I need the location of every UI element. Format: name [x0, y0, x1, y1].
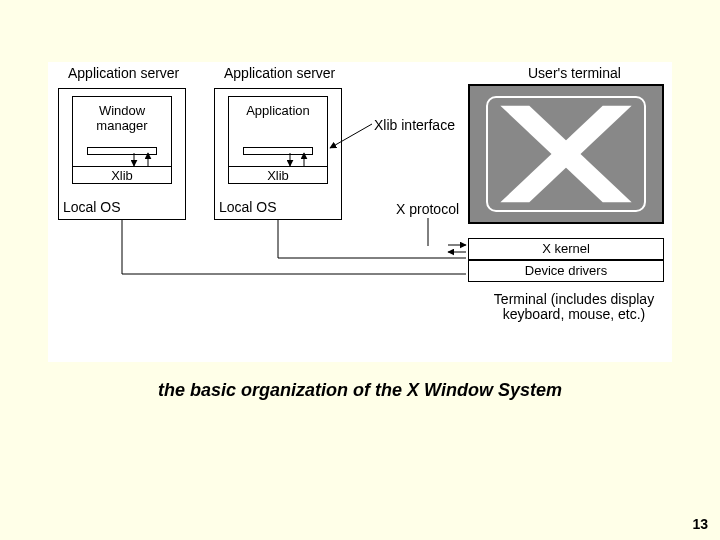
label-terminal-note: Terminal (includes display keyboard, mou… [484, 292, 664, 323]
label-x-kernel: X kernel [469, 241, 663, 256]
box-terminal-display [468, 84, 664, 224]
connector-bar-1 [87, 147, 157, 155]
box-xlib-1: Xlib [72, 166, 172, 184]
slide: Application server Application server Us… [0, 0, 720, 540]
x-logo-icon [488, 98, 644, 210]
box-device-drivers: Device drivers [468, 260, 664, 282]
label-x-protocol: X protocol [396, 202, 459, 217]
figure-caption: the basic organization of the X Window S… [0, 380, 720, 401]
label-xlib-1: Xlib [73, 168, 171, 183]
label-user-terminal: User's terminal [528, 66, 621, 81]
label-xlib-interface: Xlib interface [374, 118, 455, 133]
diagram-figure: Application server Application server Us… [48, 62, 672, 362]
label-window-manager: Window manager [73, 103, 171, 133]
label-xlib-2: Xlib [229, 168, 327, 183]
box-xlib-2: Xlib [228, 166, 328, 184]
label-device-drivers: Device drivers [469, 263, 663, 278]
page-number: 13 [692, 516, 708, 532]
box-x-kernel: X kernel [468, 238, 664, 260]
label-localos-2: Local OS [219, 200, 277, 215]
connector-bar-2 [243, 147, 313, 155]
x-logo-box [486, 96, 646, 212]
label-appserver-2: Application server [224, 66, 335, 81]
label-appserver-1: Application server [68, 66, 179, 81]
label-application: Application [229, 103, 327, 118]
label-localos-1: Local OS [63, 200, 121, 215]
